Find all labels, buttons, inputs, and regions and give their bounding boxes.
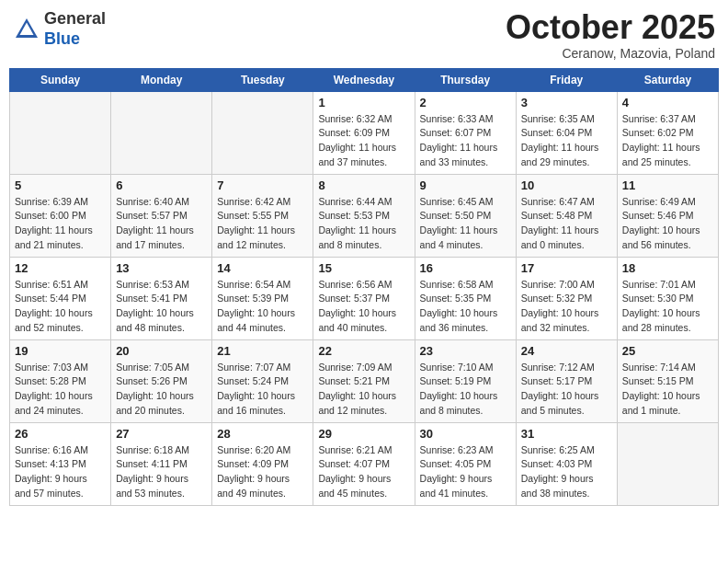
- calendar-cell: 26Sunrise: 6:16 AM Sunset: 4:13 PM Dayli…: [10, 422, 111, 505]
- day-info: Sunrise: 6:53 AM Sunset: 5:41 PM Dayligh…: [116, 278, 207, 336]
- day-info: Sunrise: 6:49 AM Sunset: 5:46 PM Dayligh…: [622, 195, 713, 253]
- day-number: 23: [420, 344, 511, 358]
- day-number: 20: [116, 344, 207, 358]
- day-info: Sunrise: 6:16 AM Sunset: 4:13 PM Dayligh…: [15, 443, 106, 501]
- day-number: 27: [116, 427, 207, 441]
- day-number: 15: [318, 261, 409, 275]
- weekday-header-thursday: Thursday: [415, 68, 516, 91]
- location-text: Ceranow, Mazovia, Poland: [506, 46, 715, 61]
- calendar-cell: [617, 422, 718, 505]
- logo: General Blue: [13, 9, 106, 49]
- day-number: 16: [420, 261, 511, 275]
- calendar-cell: 19Sunrise: 7:03 AM Sunset: 5:28 PM Dayli…: [10, 339, 111, 422]
- day-number: 13: [116, 261, 207, 275]
- calendar-cell: 31Sunrise: 6:25 AM Sunset: 4:03 PM Dayli…: [516, 422, 617, 505]
- calendar-cell: 12Sunrise: 6:51 AM Sunset: 5:44 PM Dayli…: [10, 257, 111, 339]
- calendar-week-row: 1Sunrise: 6:32 AM Sunset: 6:09 PM Daylig…: [10, 91, 719, 174]
- day-number: 8: [318, 178, 409, 192]
- day-number: 28: [217, 427, 308, 441]
- calendar-cell: 22Sunrise: 7:09 AM Sunset: 5:21 PM Dayli…: [313, 339, 415, 422]
- day-info: Sunrise: 7:00 AM Sunset: 5:32 PM Dayligh…: [521, 278, 612, 336]
- day-info: Sunrise: 6:51 AM Sunset: 5:44 PM Dayligh…: [15, 278, 106, 336]
- day-number: 12: [15, 261, 106, 275]
- weekday-header-saturday: Saturday: [617, 68, 718, 91]
- day-info: Sunrise: 7:10 AM Sunset: 5:19 PM Dayligh…: [420, 361, 511, 419]
- day-number: 11: [622, 178, 713, 192]
- day-number: 26: [15, 427, 106, 441]
- day-number: 2: [420, 96, 511, 109]
- calendar-cell: 28Sunrise: 6:20 AM Sunset: 4:09 PM Dayli…: [212, 422, 313, 505]
- calendar-cell: 10Sunrise: 6:47 AM Sunset: 5:48 PM Dayli…: [516, 174, 617, 257]
- day-info: Sunrise: 6:39 AM Sunset: 6:00 PM Dayligh…: [15, 195, 106, 253]
- day-info: Sunrise: 7:05 AM Sunset: 5:26 PM Dayligh…: [116, 361, 207, 419]
- day-info: Sunrise: 6:47 AM Sunset: 5:48 PM Dayligh…: [521, 195, 612, 253]
- day-info: Sunrise: 6:56 AM Sunset: 5:37 PM Dayligh…: [318, 278, 409, 336]
- day-number: 17: [521, 261, 612, 275]
- calendar-cell: 13Sunrise: 6:53 AM Sunset: 5:41 PM Dayli…: [111, 257, 212, 339]
- day-number: 29: [318, 427, 409, 441]
- calendar-cell: 14Sunrise: 6:54 AM Sunset: 5:39 PM Dayli…: [212, 257, 313, 339]
- calendar-cell: 9Sunrise: 6:45 AM Sunset: 5:50 PM Daylig…: [415, 174, 516, 257]
- day-info: Sunrise: 6:20 AM Sunset: 4:09 PM Dayligh…: [217, 443, 308, 501]
- day-info: Sunrise: 6:54 AM Sunset: 5:39 PM Dayligh…: [217, 278, 308, 336]
- day-info: Sunrise: 7:07 AM Sunset: 5:24 PM Dayligh…: [217, 361, 308, 419]
- day-number: 18: [622, 261, 713, 275]
- day-number: 5: [15, 178, 106, 192]
- day-info: Sunrise: 6:42 AM Sunset: 5:55 PM Dayligh…: [217, 195, 308, 253]
- calendar-cell: 23Sunrise: 7:10 AM Sunset: 5:19 PM Dayli…: [415, 339, 516, 422]
- calendar-cell: 6Sunrise: 6:40 AM Sunset: 5:57 PM Daylig…: [111, 174, 212, 257]
- calendar-cell: 27Sunrise: 6:18 AM Sunset: 4:11 PM Dayli…: [111, 422, 212, 505]
- calendar-cell: 1Sunrise: 6:32 AM Sunset: 6:09 PM Daylig…: [313, 91, 415, 174]
- day-number: 25: [622, 344, 713, 358]
- calendar-cell: 5Sunrise: 6:39 AM Sunset: 6:00 PM Daylig…: [10, 174, 111, 257]
- day-info: Sunrise: 7:12 AM Sunset: 5:17 PM Dayligh…: [521, 361, 612, 419]
- day-number: 6: [116, 178, 207, 192]
- calendar-cell: 25Sunrise: 7:14 AM Sunset: 5:15 PM Dayli…: [617, 339, 718, 422]
- calendar-table: SundayMondayTuesdayWednesdayThursdayFrid…: [9, 68, 719, 506]
- calendar-cell: 2Sunrise: 6:33 AM Sunset: 6:07 PM Daylig…: [415, 91, 516, 174]
- day-number: 31: [521, 427, 612, 441]
- day-number: 30: [420, 427, 511, 441]
- day-info: Sunrise: 6:45 AM Sunset: 5:50 PM Dayligh…: [420, 195, 511, 253]
- calendar-week-row: 26Sunrise: 6:16 AM Sunset: 4:13 PM Dayli…: [10, 422, 719, 505]
- calendar-cell: 3Sunrise: 6:35 AM Sunset: 6:04 PM Daylig…: [516, 91, 617, 174]
- calendar-cell: [10, 91, 111, 174]
- day-number: 4: [622, 96, 713, 109]
- calendar-cell: 29Sunrise: 6:21 AM Sunset: 4:07 PM Dayli…: [313, 422, 415, 505]
- calendar-cell: [212, 91, 313, 174]
- day-info: Sunrise: 6:25 AM Sunset: 4:03 PM Dayligh…: [521, 443, 612, 501]
- day-info: Sunrise: 7:01 AM Sunset: 5:30 PM Dayligh…: [622, 278, 713, 336]
- title-block: October 2025 Ceranow, Mazovia, Poland: [506, 9, 715, 61]
- day-info: Sunrise: 6:21 AM Sunset: 4:07 PM Dayligh…: [318, 443, 409, 501]
- day-number: 19: [15, 344, 106, 358]
- day-info: Sunrise: 6:40 AM Sunset: 5:57 PM Dayligh…: [116, 195, 207, 253]
- weekday-header-row: SundayMondayTuesdayWednesdayThursdayFrid…: [10, 68, 719, 91]
- calendar-cell: 7Sunrise: 6:42 AM Sunset: 5:55 PM Daylig…: [212, 174, 313, 257]
- day-info: Sunrise: 7:03 AM Sunset: 5:28 PM Dayligh…: [15, 361, 106, 419]
- calendar-cell: 30Sunrise: 6:23 AM Sunset: 4:05 PM Dayli…: [415, 422, 516, 505]
- calendar-week-row: 12Sunrise: 6:51 AM Sunset: 5:44 PM Dayli…: [10, 257, 719, 339]
- day-number: 22: [318, 344, 409, 358]
- calendar-cell: 18Sunrise: 7:01 AM Sunset: 5:30 PM Dayli…: [617, 257, 718, 339]
- day-number: 24: [521, 344, 612, 358]
- day-number: 7: [217, 178, 308, 192]
- calendar-cell: 17Sunrise: 7:00 AM Sunset: 5:32 PM Dayli…: [516, 257, 617, 339]
- weekday-header-wednesday: Wednesday: [313, 68, 415, 91]
- weekday-header-tuesday: Tuesday: [212, 68, 313, 91]
- day-number: 10: [521, 178, 612, 192]
- calendar-cell: 24Sunrise: 7:12 AM Sunset: 5:17 PM Dayli…: [516, 339, 617, 422]
- day-number: 1: [318, 96, 409, 109]
- weekday-header-monday: Monday: [111, 68, 212, 91]
- day-number: 3: [521, 96, 612, 109]
- logo-icon: [13, 16, 40, 43]
- calendar-week-row: 5Sunrise: 6:39 AM Sunset: 6:00 PM Daylig…: [10, 174, 719, 257]
- logo-general-text: General: [44, 9, 106, 28]
- day-info: Sunrise: 6:33 AM Sunset: 6:07 PM Dayligh…: [420, 112, 511, 170]
- day-info: Sunrise: 6:18 AM Sunset: 4:11 PM Dayligh…: [116, 443, 207, 501]
- weekday-header-sunday: Sunday: [10, 68, 111, 91]
- weekday-header-friday: Friday: [516, 68, 617, 91]
- calendar-cell: 11Sunrise: 6:49 AM Sunset: 5:46 PM Dayli…: [617, 174, 718, 257]
- calendar-cell: 20Sunrise: 7:05 AM Sunset: 5:26 PM Dayli…: [111, 339, 212, 422]
- calendar-cell: 8Sunrise: 6:44 AM Sunset: 5:53 PM Daylig…: [313, 174, 415, 257]
- calendar-cell: 4Sunrise: 6:37 AM Sunset: 6:02 PM Daylig…: [617, 91, 718, 174]
